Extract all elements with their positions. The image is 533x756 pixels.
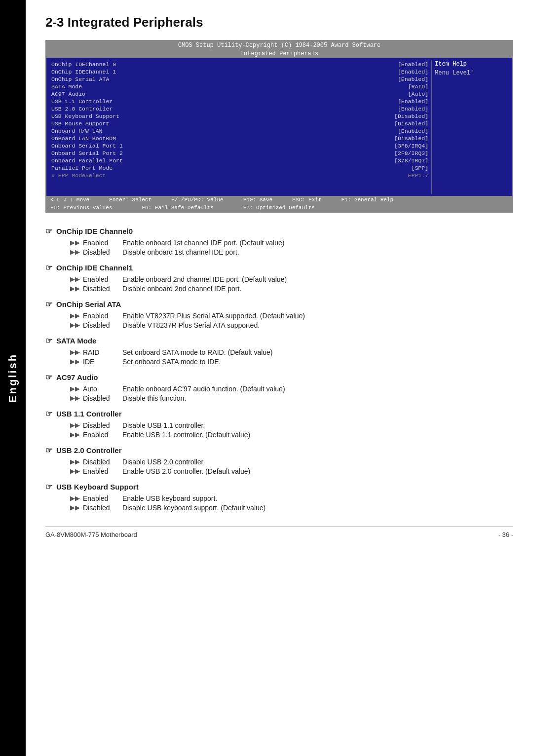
sections-container: ☞OnChip IDE Channel0▶▶EnabledEnable onbo… (45, 227, 513, 512)
section-usb-keyboard-support: ☞USB Keyboard Support▶▶EnabledEnable USB… (45, 482, 513, 512)
bios-row-label: SATA Mode (51, 83, 82, 90)
desc-definition: Set onboard SATA mode to RAID. (Default … (122, 348, 513, 356)
desc-term: Enabled (83, 431, 122, 439)
desc-term: Disabled (83, 504, 122, 512)
bios-row: AC97 Audio[Auto] (51, 90, 428, 98)
section-header-sata-mode: ☞SATA Mode (45, 336, 513, 345)
section-header-onchip-ide-channel1: ☞OnChip IDE Channel1 (45, 263, 513, 272)
section-onchip-serial-ata: ☞OnChip Serial ATA▶▶EnabledEnable VT8237… (45, 300, 513, 329)
desc-item: ▶▶DisabledDisable USB 2.0 controller. (70, 458, 513, 466)
desc-bullet-icon: ▶▶ (70, 494, 80, 502)
desc-bullet-icon: ▶▶ (70, 458, 80, 466)
bios-row-label: OnBoard LAN BootROM (51, 135, 116, 142)
desc-definition: Disable this function. (122, 394, 513, 402)
bios-row: Onboard H/W LAN[Enabled] (51, 127, 428, 135)
bios-f6: F6: Fail-Safe Defaults (142, 205, 213, 211)
bios-row: x EPP ModeSelectEPP1.7 (51, 172, 428, 179)
bios-row: Onboard Serial Port 2[2F8/IRQ3] (51, 150, 428, 157)
desc-bullet-icon: ▶▶ (70, 312, 80, 320)
bios-footer-row2: F5: Previous Values F6: Fail-Safe Defaul… (50, 205, 508, 211)
desc-term: RAID (83, 348, 122, 356)
bios-row-value: [Disabled] (394, 135, 428, 142)
section-title: USB Keyboard Support (56, 483, 139, 491)
section-title: OnChip IDE Channel1 (56, 264, 133, 272)
desc-term: Enabled (83, 239, 122, 247)
desc-item: ▶▶DisabledDisable USB 1.1 controller. (70, 421, 513, 429)
bios-row-value: [RAID] (408, 83, 428, 90)
section-arrow-icon: ☞ (45, 373, 52, 382)
desc-item: ▶▶EnabledEnable VT8237R Plus Serial ATA … (70, 312, 513, 320)
desc-definition: Disable USB 2.0 controller. (122, 458, 513, 466)
section-desc-list: ▶▶EnabledEnable VT8237R Plus Serial ATA … (70, 312, 513, 329)
section-desc-list: ▶▶EnabledEnable onboard 1st channel IDE … (70, 239, 513, 256)
desc-item: ▶▶EnabledEnable USB keyboard support. (70, 494, 513, 502)
bios-row-label: Onboard Serial Port 1 (51, 143, 123, 149)
desc-definition: Set onboard SATA mode to IDE. (122, 358, 513, 366)
desc-bullet-icon: ▶▶ (70, 248, 80, 256)
section-onchip-ide-channel0: ☞OnChip IDE Channel0▶▶EnabledEnable onbo… (45, 227, 513, 256)
desc-bullet-icon: ▶▶ (70, 239, 80, 247)
desc-bullet-icon: ▶▶ (70, 504, 80, 512)
desc-item: ▶▶DisabledDisable this function. (70, 394, 513, 402)
desc-term: Disabled (83, 321, 122, 329)
bios-row: USB 1.1 Controller[Enabled] (51, 98, 428, 105)
desc-item: ▶▶RAIDSet onboard SATA mode to RAID. (De… (70, 348, 513, 356)
section-title: USB 2.0 Controller (56, 446, 122, 454)
section-arrow-icon: ☞ (45, 300, 52, 309)
desc-term: Enabled (83, 275, 122, 283)
section-header-onchip-serial-ata: ☞OnChip Serial ATA (45, 300, 513, 309)
desc-definition: Disable onboard 1st channel IDE port. (122, 248, 513, 256)
bios-row-value: [2F8/IRQ3] (394, 150, 428, 156)
desc-term: Enabled (83, 312, 122, 320)
section-desc-list: ▶▶EnabledEnable USB keyboard support.▶▶D… (70, 494, 513, 512)
bios-item-help: Item Help Menu Level' (431, 60, 510, 194)
desc-bullet-icon: ▶▶ (70, 275, 80, 283)
desc-definition: Enable USB 2.0 controller. (Default valu… (122, 467, 513, 475)
section-arrow-icon: ☞ (45, 336, 52, 345)
bios-f5: F5: Previous Values (50, 205, 112, 211)
section-header-usb-keyboard-support: ☞USB Keyboard Support (45, 482, 513, 491)
item-help-label: Item Help (435, 61, 507, 68)
bios-row-label: AC97 Audio (51, 91, 85, 97)
bios-row-value: [Enabled] (398, 128, 428, 134)
bios-row: USB Mouse Support[Disabled] (51, 120, 428, 127)
bios-row-value: [3F8/IRQ4] (394, 143, 428, 149)
section-sata-mode: ☞SATA Mode▶▶RAIDSet onboard SATA mode to… (45, 336, 513, 366)
section-title: SATA Mode (56, 337, 96, 345)
section-header-ac97-audio: ☞AC97 Audio (45, 373, 513, 382)
desc-term: Disabled (83, 458, 122, 466)
bios-row-label: OnChip Serial ATA (51, 76, 109, 82)
bios-header2: Integrated Peripherals (46, 50, 512, 58)
bios-row-label: OnChip IDEChannel 0 (51, 61, 116, 68)
bios-row-value: EPP1.7 (408, 172, 428, 179)
bios-row: OnChip IDEChannel 0[Enabled] (51, 61, 428, 68)
section-usb-11-controller: ☞USB 1.1 Controller▶▶DisabledDisable USB… (45, 409, 513, 439)
menu-level-label: Menu Level' (435, 70, 507, 76)
desc-term: Disabled (83, 394, 122, 402)
section-title: OnChip IDE Channel0 (56, 227, 133, 235)
bios-esc: ESC: Exit (292, 197, 321, 203)
bios-row-label: OnChip IDEChannel 1 (51, 69, 116, 75)
desc-item: ▶▶IDESet onboard SATA mode to IDE. (70, 358, 513, 366)
bios-row-label: x EPP ModeSelect (51, 172, 106, 179)
desc-item: ▶▶DisabledDisable VT8237R Plus Serial AT… (70, 321, 513, 329)
bios-settings-list: OnChip IDEChannel 0[Enabled]OnChip IDECh… (48, 60, 431, 194)
desc-definition: Enable onboard AC'97 audio function. (De… (122, 385, 513, 393)
section-header-usb-20-controller: ☞USB 2.0 Controller (45, 446, 513, 455)
sidebar: English (0, 0, 26, 756)
bios-screenshot: CMOS Setup Utility-Copyright (C) 1984-20… (45, 40, 513, 213)
bios-header1: CMOS Setup Utility-Copyright (C) 1984-20… (46, 41, 512, 50)
desc-bullet-icon: ▶▶ (70, 394, 80, 402)
bios-enter: Enter: Select (109, 197, 152, 203)
desc-definition: Disable onboard 2nd channel IDE port. (122, 285, 513, 293)
desc-bullet-icon: ▶▶ (70, 385, 80, 393)
page-footer: GA-8VM800M-775 Motherboard - 36 - (45, 527, 513, 538)
bios-row-label: USB 2.0 Controller (51, 106, 113, 112)
bios-f7: F7: Optimized Defaults (243, 205, 315, 211)
section-usb-20-controller: ☞USB 2.0 Controller▶▶DisabledDisable USB… (45, 446, 513, 475)
bios-f1: F1: General Help (342, 197, 394, 203)
bios-row-label: Onboard Serial Port 2 (51, 150, 123, 156)
bios-body: OnChip IDEChannel 0[Enabled]OnChip IDECh… (46, 58, 512, 196)
bios-row: OnChip IDEChannel 1[Enabled] (51, 68, 428, 76)
footer-left: GA-8VM800M-775 Motherboard (45, 531, 137, 538)
